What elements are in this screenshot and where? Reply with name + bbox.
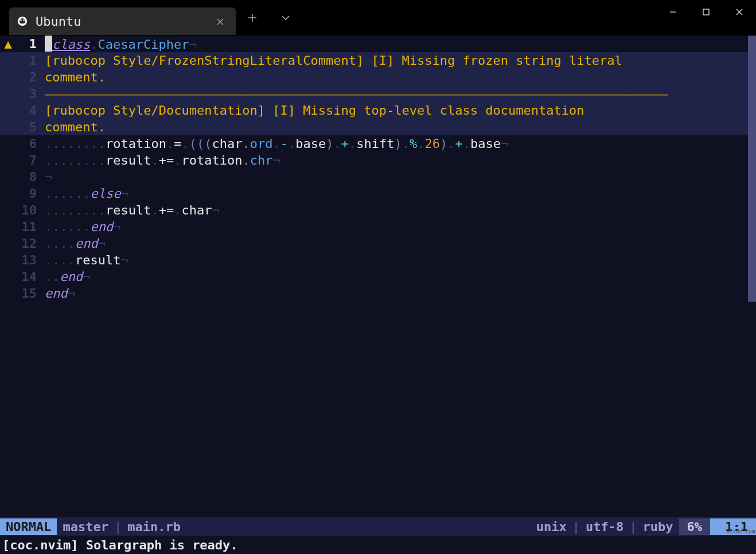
svg-point-3 bbox=[23, 19, 25, 21]
tab-dropdown-button[interactable] bbox=[269, 4, 302, 32]
svg-rect-4 bbox=[703, 9, 709, 15]
code-text: ........rotation.=.(((char.ord.-.base).+… bbox=[45, 135, 756, 152]
code-text: class.CaesarCipher¬ bbox=[45, 36, 756, 52]
gutter-sign bbox=[0, 252, 16, 268]
code-text: ..end¬ bbox=[45, 268, 756, 285]
separator: | bbox=[114, 520, 122, 534]
separator: | bbox=[629, 520, 637, 534]
file-percent: 6% bbox=[679, 518, 711, 535]
gutter-sign bbox=[0, 285, 16, 302]
editor-line[interactable]: 13....result¬ bbox=[0, 252, 756, 268]
diagnostic-text: [rubocop Style/Documentation] [I] Missin… bbox=[45, 102, 756, 119]
line-number: 14 bbox=[16, 268, 45, 285]
gutter-sign bbox=[0, 69, 16, 85]
terminal-tab[interactable]: Ubuntu bbox=[9, 7, 236, 35]
editor-line[interactable]: 1[rubocop Style/FrozenStringLiteralComme… bbox=[0, 52, 756, 69]
diagnostic-text: ————————————————————————————————————————… bbox=[45, 85, 756, 102]
editor-line[interactable]: 7........result.+=.rotation.chr¬ bbox=[0, 152, 756, 169]
file-encoding: utf-8 bbox=[580, 520, 629, 534]
command-line: [coc.nvim] Solargraph is ready. bbox=[0, 536, 756, 554]
editor-line[interactable]: 2comment. bbox=[0, 69, 756, 85]
editor-line[interactable]: 9......else¬ bbox=[0, 185, 756, 202]
line-number: 10 bbox=[16, 202, 45, 219]
line-number: 1 bbox=[16, 52, 45, 69]
gutter-sign bbox=[0, 202, 16, 219]
mode-indicator: NORMAL bbox=[0, 518, 57, 535]
svg-point-2 bbox=[20, 19, 22, 21]
file-type: ruby bbox=[637, 520, 679, 534]
diagnostic-text: comment. bbox=[45, 69, 756, 85]
linux-icon bbox=[16, 15, 29, 28]
editor-area[interactable]: ▲1class.CaesarCipher¬1[rubocop Style/Fro… bbox=[0, 36, 756, 517]
editor-line[interactable]: ▲1class.CaesarCipher¬ bbox=[0, 36, 756, 52]
editor-line[interactable]: 4[rubocop Style/Documentation] [I] Missi… bbox=[0, 102, 756, 119]
editor-line[interactable]: 10........result.+=.char¬ bbox=[0, 202, 756, 219]
line-number: 2 bbox=[16, 69, 45, 85]
line-number: 12 bbox=[16, 235, 45, 252]
close-window-button[interactable] bbox=[723, 0, 756, 24]
code-text: ....end¬ bbox=[45, 235, 756, 252]
gutter-sign bbox=[0, 152, 16, 169]
line-number: 15 bbox=[16, 285, 45, 302]
editor-line[interactable]: 12....end¬ bbox=[0, 235, 756, 252]
editor-line[interactable]: 8¬ bbox=[0, 169, 756, 185]
code-text: ......else¬ bbox=[45, 185, 756, 202]
tab-title: Ubuntu bbox=[36, 14, 212, 29]
new-tab-button[interactable] bbox=[236, 4, 269, 32]
code-text: ........result.+=.char¬ bbox=[45, 202, 756, 219]
gutter-sign bbox=[0, 185, 16, 202]
gutter-sign bbox=[0, 219, 16, 235]
editor-line[interactable]: 15end¬ bbox=[0, 285, 756, 302]
code-text: end¬ bbox=[45, 285, 756, 302]
gutter-sign bbox=[0, 85, 16, 102]
file-format: unix bbox=[531, 520, 572, 534]
separator: | bbox=[572, 520, 580, 534]
line-number: 1 bbox=[16, 36, 45, 52]
line-number: 11 bbox=[16, 219, 45, 235]
scrollbar-thumb[interactable] bbox=[748, 36, 756, 302]
warning-icon: ▲ bbox=[4, 37, 11, 51]
line-number: 5 bbox=[16, 119, 45, 135]
git-branch: master bbox=[57, 520, 114, 534]
gutter-sign: ▲ bbox=[0, 36, 16, 52]
gutter-sign bbox=[0, 135, 16, 152]
code-text: ......end¬ bbox=[45, 219, 756, 235]
tab-close-button[interactable] bbox=[212, 15, 229, 28]
gutter-sign bbox=[0, 235, 16, 252]
statusline: NORMAL master | main.rb unix | utf-8 | r… bbox=[0, 517, 756, 536]
window-controls bbox=[656, 0, 756, 36]
line-number: 13 bbox=[16, 252, 45, 268]
gutter-sign bbox=[0, 102, 16, 119]
gutter-sign bbox=[0, 119, 16, 135]
code-text: ....result¬ bbox=[45, 252, 756, 268]
minimize-button[interactable] bbox=[656, 0, 689, 24]
diagnostic-text: [rubocop Style/FrozenStringLiteralCommen… bbox=[45, 52, 756, 69]
line-number: 9 bbox=[16, 185, 45, 202]
editor-line[interactable]: 5comment. bbox=[0, 119, 756, 135]
line-number: 8 bbox=[16, 169, 45, 185]
gutter-sign bbox=[0, 268, 16, 285]
editor-line[interactable]: 3———————————————————————————————————————… bbox=[0, 85, 756, 102]
gutter-sign bbox=[0, 169, 16, 185]
gutter-sign bbox=[0, 52, 16, 69]
file-name: main.rb bbox=[122, 520, 186, 534]
editor-line[interactable]: 14..end¬ bbox=[0, 268, 756, 285]
line-number: 4 bbox=[16, 102, 45, 119]
code-text: ¬ bbox=[45, 169, 756, 185]
code-text: ........result.+=.rotation.chr¬ bbox=[45, 152, 756, 169]
watermark: wsxdn.com bbox=[726, 528, 755, 535]
titlebar: Ubuntu bbox=[0, 0, 756, 36]
coc-message: [coc.nvim] Solargraph is ready. bbox=[2, 538, 238, 552]
editor-line[interactable]: 6........rotation.=.(((char.ord.-.base).… bbox=[0, 135, 756, 152]
maximize-button[interactable] bbox=[689, 0, 723, 24]
diagnostic-text: comment. bbox=[45, 119, 756, 135]
line-number: 7 bbox=[16, 152, 45, 169]
editor-line[interactable]: 11......end¬ bbox=[0, 219, 756, 235]
line-number: 6 bbox=[16, 135, 45, 152]
line-number: 3 bbox=[16, 85, 45, 102]
